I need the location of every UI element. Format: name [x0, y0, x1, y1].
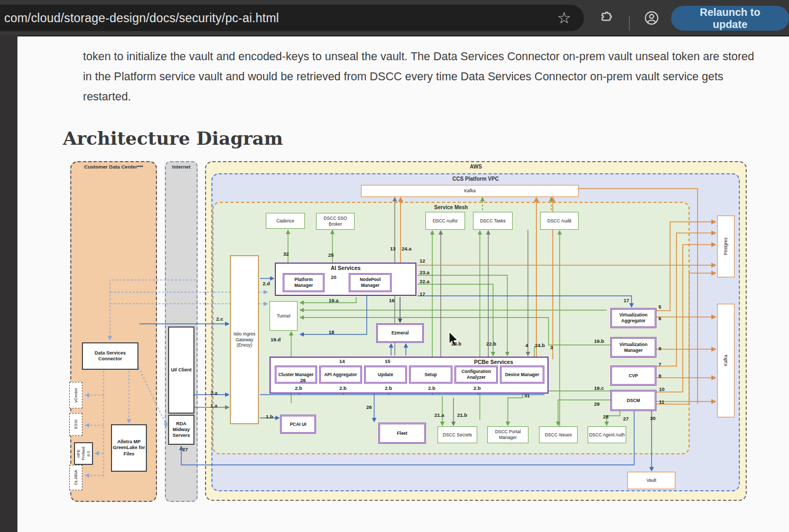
flow-label: 19.b — [594, 338, 604, 344]
node-rda-midway-servers: RDA Midway Servers — [168, 415, 194, 445]
flow-label: 2.b — [428, 385, 435, 391]
flow-label: 1.b — [266, 414, 273, 419]
node-vault: Vault — [627, 472, 675, 489]
flow-label: 2.c — [216, 316, 223, 322]
bookmark-star-icon[interactable]: ☆ — [550, 0, 579, 35]
page-heading: Architecture Diagram — [63, 128, 283, 149]
node-hpe-proliant: HPE Proliant 8.0 — [74, 442, 93, 465]
node-alletra-mp: Alletra MP GreenLake for Files — [111, 424, 147, 472]
flow-label: 23.a — [420, 269, 430, 275]
profile-icon[interactable] — [638, 0, 665, 35]
flow-label: 8 — [658, 373, 661, 379]
node-cvp: CVP — [610, 366, 656, 386]
flow-label: 2.b — [295, 385, 302, 391]
node-kafka-top: Kafka — [361, 185, 579, 197]
flow-label: 20 — [331, 274, 337, 280]
flow-label: 2.d — [263, 281, 270, 286]
flow-label: 19.a — [329, 297, 339, 303]
node-data-services-connector: Data Services Connector — [82, 342, 138, 370]
node-setup: Setup — [409, 366, 452, 384]
node-virtualization-aggregator: Virtualization Aggregator — [610, 308, 656, 328]
node-dscc-secrets: DSCC Secrets — [438, 426, 477, 443]
node-vcenter: vCenter — [69, 382, 82, 408]
architecture-diagram-image: Customer Data Center***InternetAWSCCS Pl… — [62, 156, 747, 505]
flow-label: 32 — [283, 251, 289, 257]
flow-label: 27 — [182, 446, 188, 452]
node-cadence: Cadence — [266, 213, 305, 229]
node-configuration-analyzer: Configuration Analyzer — [454, 366, 498, 384]
flow-label: 19.d — [271, 337, 281, 342]
flow-label: 11 — [659, 399, 664, 405]
node-dscc-audit: DSCC Audit — [540, 212, 579, 230]
browser-toolbar: com/cloud/storage-design/docs/security/p… — [0, 0, 789, 36]
flow-label: 5 — [658, 304, 661, 310]
flow-label: 25 — [328, 252, 334, 258]
flow-label: 17 — [420, 291, 425, 297]
flow-label: 26 — [300, 377, 306, 383]
node-esxi: ESXi — [69, 413, 82, 436]
extensions-icon[interactable] — [593, 0, 619, 35]
flow-label: 2.a — [210, 390, 217, 396]
screenshot-root: { "browser": { "url": "com/cloud/storage… — [0, 0, 789, 532]
node-dscc-sso-broker: DSCC SSO Broker — [316, 213, 355, 230]
node-update: Update — [364, 366, 407, 384]
node-dscc-tasks: DSCC Tasks — [473, 212, 513, 230]
node-tunnel: Tunnel — [270, 301, 298, 331]
node-cluster-manager: Cluster Manager — [275, 366, 317, 384]
flow-label: 22.a — [420, 278, 430, 284]
node-dscc-agent-auth: DSCC Agent Auth — [588, 426, 626, 443]
flow-label: 31 — [524, 393, 530, 398]
flow-label: 15 — [385, 358, 391, 364]
node-dscm: DSCM — [610, 390, 656, 411]
flow-label: 6 — [658, 315, 661, 321]
flow-label: 14 — [339, 358, 345, 364]
node-platform-manager: Platform Manager — [283, 273, 324, 292]
flow-label: 30 — [650, 415, 656, 421]
node-dscc-issues: DSCC Issues — [539, 426, 578, 443]
node-ui-client: UI/ Client — [168, 326, 194, 414]
flow-label: 4 — [525, 342, 528, 348]
toolbar-divider — [627, 0, 632, 35]
url-text: com/cloud/storage-design/docs/security/p… — [4, 11, 279, 25]
flow-label: 27 — [623, 416, 629, 422]
flow-label: 12 — [420, 258, 425, 264]
node-fleet: Fleet — [378, 423, 426, 444]
node-kafka-right: Kafka — [717, 304, 735, 417]
flow-label: 28 — [603, 414, 609, 419]
node-api-aggregator: API Aggregator — [319, 366, 362, 384]
flow-label: 2.b — [385, 385, 392, 391]
node-istio-ingres-gateway: Istio Ingres Gateway (Envoy) — [230, 255, 259, 424]
flow-label: 16 — [389, 297, 395, 303]
flow-label: 24.b — [535, 342, 545, 348]
node-virtualization-manager: Virtualization Manager — [610, 337, 656, 358]
flow-label: 19.c — [594, 385, 604, 391]
flow-label: 3 — [550, 344, 553, 350]
node-dscc-portal-manager: DSCC Portal Manager — [487, 426, 528, 443]
flow-label: 13 — [390, 246, 396, 251]
flow-label: 2.b — [339, 385, 347, 391]
flow-label: 24.a — [402, 246, 412, 251]
body-paragraph: token to initialize the vault and encode… — [83, 46, 757, 107]
node-postgres: Postgres — [717, 216, 735, 277]
flow-label: 21.a — [434, 412, 444, 418]
node-nodepool-manager: NodePool Manager — [349, 273, 392, 292]
flow-label: 1.a — [210, 403, 217, 408]
flow-label: 10 — [659, 386, 665, 392]
node-device-manager: Device Manager — [500, 366, 544, 384]
flow-label: 26 — [366, 404, 372, 410]
flow-label: 2.b — [474, 385, 481, 391]
flow-label: 9 — [658, 346, 661, 351]
relaunch-to-update-button[interactable]: Relaunch to update — [671, 6, 789, 31]
node-ezmeral: Ezmeral — [376, 323, 424, 343]
flow-label: 23.b — [451, 341, 461, 347]
left-dark-panel — [0, 35, 17, 532]
node-pcai-ui: PCAI UI — [280, 415, 316, 434]
flow-label: 29 — [594, 401, 600, 407]
flow-label: 18 — [329, 329, 335, 335]
node-dscc-authz: DSCC Authz — [425, 212, 465, 230]
node-dl380a: DL380A — [69, 465, 82, 490]
url-bar[interactable]: com/cloud/storage-design/docs/security/p… — [0, 5, 584, 31]
flow-label: 21.b — [457, 412, 467, 418]
flow-label: 17 — [624, 297, 629, 303]
flow-label: 7 — [658, 361, 661, 367]
